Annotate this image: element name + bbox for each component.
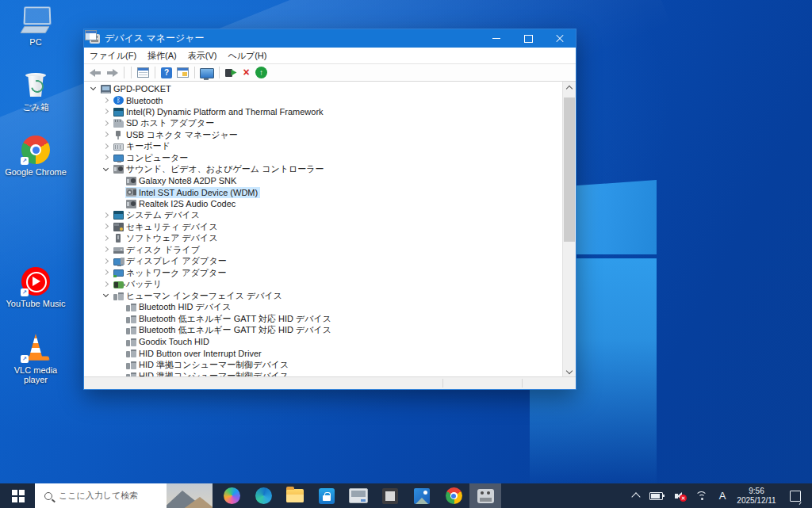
start-button[interactable]	[0, 483, 35, 508]
minimize-button[interactable]	[481, 29, 512, 48]
chevron-spacer	[115, 315, 123, 323]
tree-item[interactable]: Goodix Touch HID	[84, 336, 562, 348]
title-bar[interactable]: デバイス マネージャー	[84, 29, 576, 48]
collapse-chevron-icon[interactable]	[102, 292, 110, 300]
hid-icon	[126, 303, 136, 311]
tree-item[interactable]: Bluetooth 低エネルギー GATT 対応 HID デバイス	[84, 313, 562, 325]
tree-item-label: USB コネクタ マネージャー	[126, 129, 238, 141]
taskbar-device-manager-icon[interactable]	[469, 483, 501, 508]
uninstall-device-icon[interactable]: ×	[240, 67, 252, 78]
expand-chevron-icon[interactable]	[102, 97, 110, 105]
battery-icon[interactable]	[645, 483, 667, 508]
menu-action[interactable]: 操作(A)	[142, 50, 182, 62]
tree-item[interactable]: Galaxy Note8 A2DP SNK	[84, 175, 562, 187]
tree-item[interactable]: USB コネクタ マネージャー	[84, 129, 562, 141]
desktop-icon-vlc[interactable]: ↗ VLC media player	[2, 333, 70, 384]
help-icon[interactable]: ?	[161, 67, 172, 78]
tree-item-content: Intel(R) Dynamic Platform and Thermal Fr…	[113, 106, 326, 117]
tree-item-label: Bluetooth	[126, 96, 163, 105]
update-driver-icon[interactable]	[224, 67, 237, 78]
tree-item-content: Bluetooth	[113, 95, 165, 106]
expand-chevron-icon[interactable]	[102, 143, 110, 151]
desktop-icon-youtube-music[interactable]: ↗ YouTube Music	[2, 266, 70, 308]
close-button[interactable]	[544, 29, 576, 48]
tree-item[interactable]: ヒューマン インターフェイス デバイス	[84, 290, 562, 302]
expand-chevron-icon[interactable]	[102, 235, 110, 243]
menu-help[interactable]: ヘルプ(H)	[222, 50, 272, 62]
show-hide-console-tree-icon[interactable]	[85, 30, 97, 40]
tree-item[interactable]: ディスク ドライブ	[84, 244, 562, 256]
tree-item[interactable]: サウンド、ビデオ、およびゲーム コントローラー	[84, 164, 562, 176]
taskbar-store-icon[interactable]	[311, 483, 343, 508]
tray-expand-chevron-icon[interactable]	[626, 483, 645, 508]
expand-chevron-icon[interactable]	[102, 269, 110, 277]
expand-chevron-icon[interactable]	[102, 154, 110, 162]
tree-item[interactable]: Bluetooth	[84, 95, 562, 107]
scan-hardware-changes-icon[interactable]: ↑	[255, 67, 267, 78]
scroll-up-arrow-icon[interactable]	[563, 82, 576, 94]
expand-chevron-icon[interactable]	[102, 212, 110, 220]
expand-chevron-icon[interactable]	[102, 246, 110, 254]
tree-item[interactable]: Intel SST Audio Device (WDM)	[84, 187, 562, 199]
wifi-icon[interactable]	[690, 483, 714, 508]
tree-item[interactable]: ネットワーク アダプター	[84, 267, 562, 279]
tree-item-content: キーボード	[113, 141, 173, 152]
tree-item-content: HID 準拠コンシューマー制御デバイス	[125, 359, 291, 370]
tree-item[interactable]: ソフトウェア デバイス	[84, 233, 562, 245]
taskbar-file-explorer-icon[interactable]	[279, 483, 311, 508]
tree-item[interactable]: ディスプレイ アダプター	[84, 256, 562, 268]
computers-icon[interactable]	[200, 68, 214, 78]
taskbar-edge-icon[interactable]	[247, 483, 279, 508]
window-title: デバイス マネージャー	[105, 32, 481, 45]
security-icon	[113, 223, 124, 231]
scrollbar-thumb[interactable]	[564, 97, 575, 242]
tree-item[interactable]: コンピューター	[84, 152, 562, 164]
export-list-icon[interactable]	[137, 67, 149, 78]
tree-item[interactable]: セキュリティ デバイス	[84, 221, 562, 233]
tree-item[interactable]: GPD-POCKET	[84, 83, 562, 95]
clock[interactable]: 9:56 2025/12/11	[731, 483, 782, 508]
expand-chevron-icon[interactable]	[102, 281, 110, 288]
scroll-down-arrow-icon[interactable]	[563, 365, 576, 377]
maximize-button[interactable]	[512, 29, 544, 48]
tree-item[interactable]: Intel(R) Dynamic Platform and Thermal Fr…	[84, 106, 562, 118]
desktop-icon-pc[interactable]: PC	[2, 5, 70, 47]
forward-icon[interactable]	[105, 67, 119, 79]
expand-chevron-icon[interactable]	[102, 108, 110, 116]
vertical-scrollbar[interactable]	[562, 82, 576, 377]
speaker-settings-icon	[126, 188, 136, 197]
tree-item[interactable]: システム デバイス	[84, 210, 562, 222]
taskbar-system-utility-icon[interactable]	[343, 483, 374, 508]
tree-item[interactable]: バッテリ	[84, 279, 562, 291]
menu-file[interactable]: ファイル(F)	[84, 50, 142, 62]
expand-chevron-icon[interactable]	[102, 223, 110, 231]
collapse-chevron-icon[interactable]	[90, 85, 98, 93]
tree-item[interactable]: キーボード	[84, 141, 562, 153]
volume-muted-icon[interactable]	[667, 483, 690, 508]
desktop-icon-label: Google Chrome	[2, 167, 70, 177]
search-highlight-image[interactable]	[167, 483, 213, 508]
search-box[interactable]: ここに入力して検索	[35, 483, 213, 508]
tree-item[interactable]: HID Button over Interrupt Driver	[84, 348, 562, 360]
expand-chevron-icon[interactable]	[102, 131, 110, 139]
collapse-chevron-icon[interactable]	[102, 166, 110, 174]
taskbar-copilot-icon[interactable]	[216, 483, 247, 508]
menu-view[interactable]: 表示(V)	[182, 50, 223, 62]
ime-indicator[interactable]: A	[714, 483, 731, 508]
expand-chevron-icon[interactable]	[102, 258, 110, 265]
expand-chevron-icon[interactable]	[102, 120, 110, 128]
tree-item[interactable]: SD ホスト アダプター	[84, 118, 562, 130]
action-center-icon[interactable]	[782, 483, 809, 508]
properties-icon[interactable]	[177, 67, 189, 78]
shortcut-arrow-icon: ↗	[21, 355, 29, 363]
tree-item[interactable]: HID 準拠コンシューマー制御デバイス	[84, 359, 562, 371]
tree-item[interactable]: Bluetooth 低エネルギー GATT 対応 HID デバイス	[84, 325, 562, 337]
taskbar-terminal-icon[interactable]	[374, 483, 406, 508]
taskbar-chrome-icon[interactable]	[438, 483, 469, 508]
desktop-icon-google-chrome[interactable]: ↗ Google Chrome	[2, 135, 70, 177]
desktop-icon-recycle-bin[interactable]: ごみ箱	[2, 70, 70, 112]
taskbar-photos-icon[interactable]	[406, 483, 438, 508]
tree-item[interactable]: Bluetooth HID デバイス	[84, 302, 562, 314]
back-icon[interactable]	[89, 67, 102, 79]
tree-item[interactable]: Realtek I2S Audio Codec	[84, 198, 562, 210]
